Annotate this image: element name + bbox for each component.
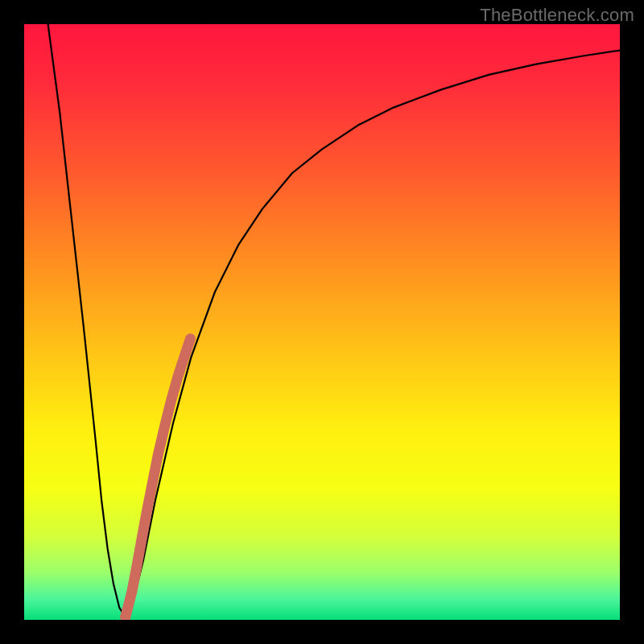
bottleneck-curve (48, 24, 620, 617)
chart-frame: TheBottleneck.com (0, 0, 644, 644)
plot-area (24, 24, 620, 620)
highlighted-segment (126, 339, 191, 617)
curve-layer (24, 24, 620, 620)
watermark-text: TheBottleneck.com (480, 5, 634, 26)
